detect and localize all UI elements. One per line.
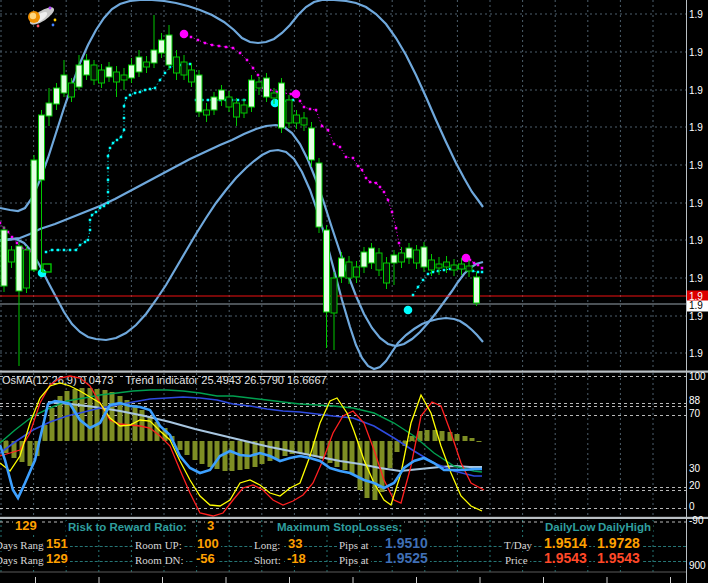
candle-body [181, 62, 187, 75]
svg-text:1.9: 1.9 [689, 47, 703, 58]
candle-body [271, 93, 277, 98]
svg-text:1.9: 1.9 [689, 348, 703, 359]
osma-bar [388, 441, 393, 468]
svg-text:100: 100 [689, 371, 706, 382]
candle-body [106, 67, 112, 77]
osma-bar [193, 441, 198, 460]
svg-text:-90: -90 [689, 515, 704, 526]
mt4-chart-window: OsMA(12,26,9) 0.0473Trend indicator 25.4… [0, 0, 708, 583]
window-separator [0, 517, 708, 519]
svg-text:1.9: 1.9 [689, 300, 703, 311]
candle-body [421, 247, 427, 267]
candle-body [166, 35, 172, 65]
candle-body [429, 260, 435, 270]
candle-body [84, 60, 90, 75]
candle-body [354, 267, 360, 277]
osma-bar [223, 441, 228, 471]
osma-bar [343, 441, 348, 470]
bollinger-lower [0, 150, 483, 369]
candle-body [151, 50, 157, 63]
candle-body [474, 277, 480, 303]
svg-text:1.9: 1.9 [689, 235, 703, 246]
candle-body [99, 70, 105, 83]
candle-body [361, 252, 367, 267]
osma-bar [208, 441, 213, 467]
candle-body [189, 70, 195, 82]
candle-body [436, 264, 442, 268]
candle-body [234, 103, 240, 117]
candle-body [159, 40, 165, 53]
svg-text:900: 900 [689, 560, 706, 571]
window-separator [0, 371, 708, 373]
candle-body [114, 72, 120, 82]
candle-body [279, 83, 285, 128]
osma-bar [185, 441, 190, 455]
candle-body [76, 65, 82, 87]
osma-bar [230, 441, 235, 471]
candle-body [1, 230, 7, 286]
candle-body [121, 75, 127, 80]
svg-text:70: 70 [689, 408, 701, 419]
candle-body [286, 100, 292, 123]
candle-body [399, 253, 405, 262]
svg-text:1.9: 1.9 [689, 273, 703, 284]
candle-body [466, 266, 472, 271]
candle-body [196, 75, 202, 112]
osma-bar [463, 436, 468, 441]
osma-bar [335, 441, 340, 467]
osma-bar [178, 441, 183, 450]
osma-bar [470, 438, 475, 441]
svg-text:1.9: 1.9 [689, 85, 703, 96]
candle-body [219, 90, 225, 100]
svg-text:88: 88 [689, 395, 701, 406]
candle-body [406, 248, 412, 258]
svg-text:1.9: 1.9 [689, 122, 703, 133]
osma-bar [28, 441, 33, 466]
candle-body [54, 88, 60, 104]
candle-body [91, 65, 97, 80]
osma-bar [200, 441, 205, 464]
osma-bar [305, 441, 310, 454]
candle-body [136, 57, 142, 72]
svg-text:30: 30 [689, 463, 701, 474]
candle-body [376, 253, 382, 270]
svg-text:0: 0 [689, 501, 695, 512]
candle-body [346, 262, 352, 278]
candle-body [174, 57, 180, 73]
info-window [0, 520, 687, 583]
candle-body [46, 103, 52, 116]
osma-bar [395, 441, 400, 452]
osma-bar [380, 441, 385, 492]
svg-text:1.9: 1.9 [689, 311, 703, 322]
candle-body [309, 128, 315, 160]
candle-body [384, 263, 390, 283]
osma-bar [298, 441, 303, 453]
candle-body [39, 115, 45, 180]
bollinger-bands [0, 0, 483, 369]
candle-body [16, 246, 22, 291]
candle-body [9, 250, 15, 262]
osma-bar [455, 434, 460, 441]
candle-body [339, 258, 345, 277]
svg-text:1.9: 1.9 [689, 9, 703, 20]
osma-bar [275, 441, 280, 459]
osma-bar [110, 392, 115, 441]
candle-body [249, 80, 255, 107]
candle-body [31, 160, 37, 270]
candle-body [264, 78, 270, 97]
price-chart-canvas[interactable]: 1.91.91.91.91.91.91.91.91.91.91.91.91008… [0, 0, 708, 583]
candle-body [69, 83, 75, 97]
osma-bar [350, 441, 355, 474]
candle-body [226, 97, 232, 107]
osma-bar [440, 431, 445, 441]
candle-body [204, 110, 210, 115]
candle-body [294, 115, 300, 123]
candle-body [324, 230, 330, 312]
candle-body [144, 62, 150, 67]
candle-body [451, 265, 457, 270]
candle-body [211, 97, 217, 110]
main-grid [0, 0, 687, 371]
candle-body [129, 65, 135, 78]
candle-body [444, 262, 450, 267]
comet-icon [28, 4, 57, 28]
